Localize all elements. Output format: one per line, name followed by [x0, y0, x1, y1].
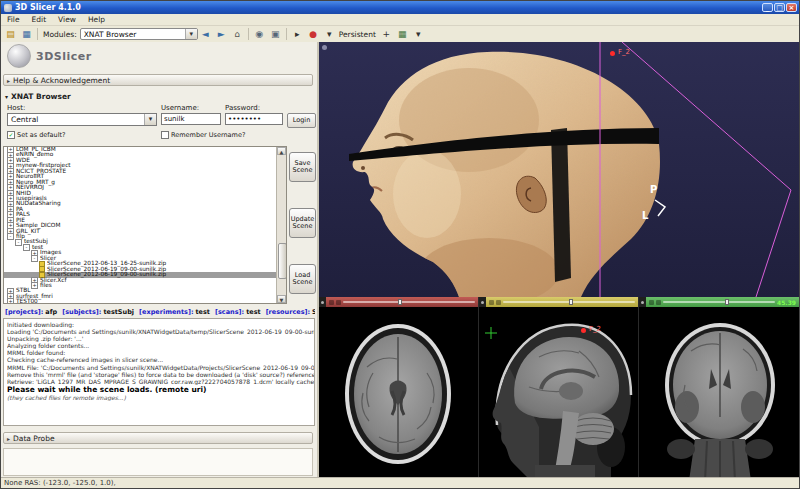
place-fiducial-icon[interactable]: ●: [306, 27, 321, 42]
expand-icon[interactable]: +: [31, 282, 38, 289]
log-output[interactable]: Initiated downloading:Loading 'C:/Docume…: [3, 318, 315, 426]
username-field[interactable]: [161, 113, 221, 125]
fiducial-dot[interactable]: [610, 51, 615, 56]
slice-pin-icon[interactable]: [319, 297, 326, 307]
slicer-window: 3D Slicer 4.1.0 _□× FileEditViewHelp ▤▦ …: [0, 0, 800, 489]
collapse-icon[interactable]: -: [15, 239, 22, 246]
breadcrumb-key: [subjects]:: [62, 308, 101, 316]
module-history-forward-icon[interactable]: ►: [214, 27, 229, 42]
save-scene-button[interactable]: Save Scene: [289, 152, 316, 182]
slicer-logo: 3DSlicer: [7, 44, 92, 68]
breadcrumb: [projects]:afp[subjects]:testSubj[experi…: [5, 308, 315, 316]
scrollbar-thumb[interactable]: [278, 243, 287, 279]
module-history-back-icon[interactable]: ◄: [198, 27, 213, 42]
close-button[interactable]: ×: [786, 3, 797, 12]
log-line: MRML folder found:: [7, 349, 314, 356]
slice-link-icon[interactable]: [656, 300, 661, 305]
scene-view-icon[interactable]: ▣: [268, 27, 283, 42]
place-mode-dropdown-icon[interactable]: ▾: [322, 27, 337, 42]
slider-handle[interactable]: [398, 299, 402, 305]
slice-controller-bar-coronal[interactable]: 45.39: [646, 297, 799, 307]
slice-view-coronal[interactable]: 45.39: [638, 297, 799, 481]
chevron-down-icon[interactable]: ▾: [185, 29, 197, 39]
maximize-button[interactable]: □: [774, 3, 785, 12]
slice-offset-slider[interactable]: [663, 301, 775, 303]
password-field[interactable]: [225, 113, 283, 125]
slice-offset-slider[interactable]: [503, 301, 635, 303]
xnat-section-header[interactable]: ▾XNAT Browser: [5, 92, 71, 101]
save-data-icon[interactable]: ▦: [19, 27, 34, 42]
remember-username-label: Remember Username?: [171, 131, 245, 139]
collapse-icon[interactable]: -: [7, 233, 14, 240]
screenshot-icon[interactable]: ◉: [252, 27, 267, 42]
checkbox-unchecked-icon[interactable]: [161, 131, 169, 139]
slice-offset-label: 45.39: [777, 299, 796, 306]
slider-handle[interactable]: [725, 299, 729, 305]
slice-link-icon[interactable]: [496, 300, 501, 305]
slice-visibility-icon[interactable]: [489, 300, 494, 305]
set-default-checkbox[interactable]: ✓ Set as default?: [7, 131, 66, 139]
slice-controller-bar-axial[interactable]: [326, 297, 478, 307]
breadcrumb-value: test: [195, 308, 210, 316]
slice-view-axial[interactable]: [319, 297, 478, 481]
home-module-icon[interactable]: ⌂: [230, 27, 245, 42]
menu-file[interactable]: File: [1, 15, 26, 24]
checkbox-checked-icon[interactable]: ✓: [7, 131, 15, 139]
crosshair-icon[interactable]: +: [379, 27, 394, 42]
head-render: [319, 42, 800, 297]
module-selector[interactable]: XNAT Browser ▾: [80, 28, 198, 40]
load-data-icon[interactable]: ▤: [3, 27, 18, 42]
breadcrumb-value: testSubj: [103, 308, 134, 316]
fiducial-dot[interactable]: [581, 328, 586, 333]
slice-pin-icon[interactable]: [639, 297, 646, 307]
fiducial-label: F_2: [589, 325, 601, 333]
menu-edit[interactable]: Edit: [26, 15, 53, 24]
breadcrumb-key: [projects]:: [5, 308, 43, 316]
log-line: Please wait while the scene loads. (remo…: [7, 385, 314, 395]
expand-icon[interactable]: +: [7, 298, 14, 303]
title-bar[interactable]: 3D Slicer 4.1.0 _□×: [1, 1, 799, 14]
data-probe-header[interactable]: ▸ Data Probe: [3, 432, 313, 444]
layout-icon[interactable]: ▦: [395, 27, 410, 42]
host-selector[interactable]: Central ▾: [7, 113, 157, 126]
tree-item-label: TEST00: [16, 299, 38, 303]
data-probe-body: [3, 448, 313, 476]
slider-handle[interactable]: [569, 299, 573, 305]
tree-scrollbar[interactable]: ▲ ▼: [276, 147, 286, 303]
menu-view[interactable]: View: [52, 15, 82, 24]
remember-username-checkbox[interactable]: Remember Username?: [161, 131, 245, 139]
minimize-button[interactable]: _: [762, 3, 773, 12]
threed-view[interactable]: F_2 P L: [319, 42, 800, 297]
collapse-icon[interactable]: -: [23, 244, 30, 251]
slice-visibility-icon[interactable]: [649, 300, 654, 305]
view-controller-pin-icon[interactable]: [322, 45, 327, 50]
slice-offset-slider[interactable]: [343, 301, 475, 303]
scroll-up-icon[interactable]: ▲: [277, 147, 286, 155]
update-scene-button[interactable]: Update Scene: [289, 208, 316, 238]
slice-visibility-icon[interactable]: [329, 300, 334, 305]
collapse-icon[interactable]: -: [31, 255, 38, 262]
slice-link-icon[interactable]: [336, 300, 341, 305]
scroll-down-icon[interactable]: ▼: [277, 295, 286, 303]
log-line: (they cached files for remote images...): [7, 394, 314, 401]
fiducial-label: F_2: [618, 48, 630, 56]
menu-bar: FileEditViewHelp: [1, 14, 799, 26]
mouse-interaction-icon[interactable]: ▸: [290, 27, 305, 42]
status-text: None RAS: (-123.0, -125.0, 1.0),: [4, 479, 116, 487]
slice-view-sagittal[interactable]: F_2: [478, 297, 638, 481]
help-section-header[interactable]: ▸ Help & Acknowledgement: [3, 74, 313, 86]
load-scene-button[interactable]: Load Scene: [289, 264, 316, 294]
layout-dropdown-icon[interactable]: ▾: [411, 27, 426, 42]
login-button[interactable]: Login: [287, 113, 316, 128]
slice-controller-bar-sagittal[interactable]: [486, 297, 638, 307]
log-line: Loading 'C:/Documents and Settings/sunil…: [7, 328, 314, 335]
log-line: Initiated downloading:: [7, 321, 314, 328]
breadcrumb-value: test: [246, 308, 261, 316]
slice-pin-icon[interactable]: [479, 297, 486, 307]
username-label: Username:: [161, 104, 199, 112]
orientation-left-label: L: [642, 210, 648, 221]
host-selector-value: Central: [8, 115, 144, 124]
tree-item[interactable]: +TEST00: [4, 299, 277, 303]
menu-help[interactable]: Help: [82, 15, 111, 24]
chevron-down-icon[interactable]: ▾: [144, 114, 156, 125]
